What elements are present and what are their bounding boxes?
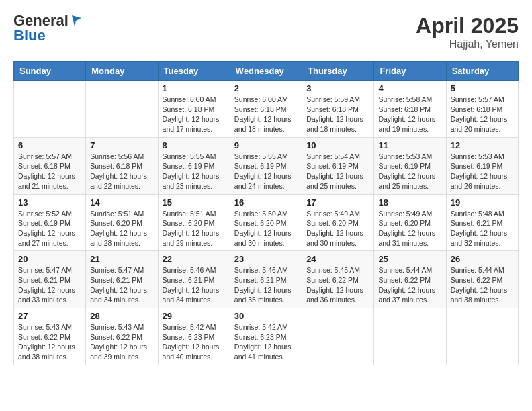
column-header-tuesday: Tuesday xyxy=(158,62,230,81)
day-info: Sunrise: 5:48 AM Sunset: 6:21 PM Dayligh… xyxy=(451,209,514,248)
day-number: 11 xyxy=(378,140,441,150)
column-header-monday: Monday xyxy=(86,62,158,81)
calendar-cell: 2Sunrise: 6:00 AM Sunset: 6:18 PM Daylig… xyxy=(230,81,302,138)
day-info: Sunrise: 5:49 AM Sunset: 6:20 PM Dayligh… xyxy=(306,209,369,248)
day-info: Sunrise: 5:55 AM Sunset: 6:19 PM Dayligh… xyxy=(163,152,226,191)
day-info: Sunrise: 5:44 AM Sunset: 6:22 PM Dayligh… xyxy=(378,265,441,305)
day-number: 9 xyxy=(234,140,298,150)
day-number: 23 xyxy=(234,254,298,264)
day-info: Sunrise: 5:51 AM Sunset: 6:20 PM Dayligh… xyxy=(90,209,153,248)
day-info: Sunrise: 5:54 AM Sunset: 6:19 PM Dayligh… xyxy=(306,152,369,191)
calendar-cell: 17Sunrise: 5:49 AM Sunset: 6:20 PM Dayli… xyxy=(302,194,374,251)
day-number: 24 xyxy=(306,254,369,264)
day-info: Sunrise: 5:43 AM Sunset: 6:22 PM Dayligh… xyxy=(18,322,81,362)
calendar-cell: 26Sunrise: 5:44 AM Sunset: 6:22 PM Dayli… xyxy=(446,251,518,308)
calendar-cell: 13Sunrise: 5:52 AM Sunset: 6:19 PM Dayli… xyxy=(14,194,86,251)
calendar-cell: 16Sunrise: 5:50 AM Sunset: 6:20 PM Dayli… xyxy=(230,194,302,251)
day-info: Sunrise: 6:00 AM Sunset: 6:18 PM Dayligh… xyxy=(163,95,226,134)
day-info: Sunrise: 6:00 AM Sunset: 6:18 PM Dayligh… xyxy=(234,95,298,134)
day-number: 3 xyxy=(306,83,369,93)
calendar-cell: 25Sunrise: 5:44 AM Sunset: 6:22 PM Dayli… xyxy=(374,251,446,308)
day-number: 6 xyxy=(18,140,81,150)
day-info: Sunrise: 5:49 AM Sunset: 6:20 PM Dayligh… xyxy=(378,209,441,248)
day-number: 27 xyxy=(18,311,81,321)
day-number: 17 xyxy=(306,197,369,208)
logo-bird-icon xyxy=(69,14,81,26)
day-info: Sunrise: 5:58 AM Sunset: 6:18 PM Dayligh… xyxy=(378,95,441,134)
calendar-header-row: SundayMondayTuesdayWednesdayThursdayFrid… xyxy=(14,62,519,81)
calendar-cell: 29Sunrise: 5:42 AM Sunset: 6:23 PM Dayli… xyxy=(158,308,230,365)
column-header-thursday: Thursday xyxy=(302,62,374,81)
day-number: 19 xyxy=(451,197,514,208)
calendar-cell: 1Sunrise: 6:00 AM Sunset: 6:18 PM Daylig… xyxy=(158,81,230,138)
column-header-friday: Friday xyxy=(374,62,446,81)
day-number: 28 xyxy=(90,311,153,321)
calendar-cell: 28Sunrise: 5:43 AM Sunset: 6:22 PM Dayli… xyxy=(86,308,158,365)
calendar-cell: 19Sunrise: 5:48 AM Sunset: 6:21 PM Dayli… xyxy=(446,194,518,251)
day-info: Sunrise: 5:44 AM Sunset: 6:22 PM Dayligh… xyxy=(451,265,514,305)
svg-marker-0 xyxy=(72,15,81,26)
day-number: 2 xyxy=(234,83,298,93)
day-info: Sunrise: 5:46 AM Sunset: 6:21 PM Dayligh… xyxy=(234,265,298,305)
day-info: Sunrise: 5:43 AM Sunset: 6:22 PM Dayligh… xyxy=(90,322,153,362)
calendar-cell: 15Sunrise: 5:51 AM Sunset: 6:20 PM Dayli… xyxy=(158,194,230,251)
day-number: 15 xyxy=(163,197,226,208)
day-number: 16 xyxy=(234,197,298,208)
calendar-cell: 14Sunrise: 5:51 AM Sunset: 6:20 PM Dayli… xyxy=(86,194,158,251)
day-number: 21 xyxy=(90,254,153,264)
page-header: General Blue April 2025 Hajjah, Yemen xyxy=(13,13,519,50)
calendar-cell: 11Sunrise: 5:53 AM Sunset: 6:19 PM Dayli… xyxy=(374,137,446,194)
day-number: 1 xyxy=(163,83,226,93)
day-info: Sunrise: 5:45 AM Sunset: 6:22 PM Dayligh… xyxy=(306,265,369,305)
calendar-cell: 21Sunrise: 5:47 AM Sunset: 6:21 PM Dayli… xyxy=(86,251,158,308)
column-header-sunday: Sunday xyxy=(14,62,86,81)
calendar-week-row: 13Sunrise: 5:52 AM Sunset: 6:19 PM Dayli… xyxy=(14,194,519,251)
day-number: 25 xyxy=(378,254,441,264)
day-info: Sunrise: 5:57 AM Sunset: 6:18 PM Dayligh… xyxy=(451,95,514,134)
calendar-table: SundayMondayTuesdayWednesdayThursdayFrid… xyxy=(13,61,519,365)
calendar-cell xyxy=(374,308,446,365)
calendar-week-row: 20Sunrise: 5:47 AM Sunset: 6:21 PM Dayli… xyxy=(14,251,519,308)
day-number: 10 xyxy=(306,140,369,150)
day-info: Sunrise: 5:51 AM Sunset: 6:20 PM Dayligh… xyxy=(163,209,226,248)
calendar-week-row: 27Sunrise: 5:43 AM Sunset: 6:22 PM Dayli… xyxy=(14,308,519,365)
calendar-cell: 30Sunrise: 5:42 AM Sunset: 6:23 PM Dayli… xyxy=(230,308,302,365)
day-number: 30 xyxy=(234,311,298,321)
title-block: April 2025 Hajjah, Yemen xyxy=(416,13,519,50)
day-info: Sunrise: 5:52 AM Sunset: 6:19 PM Dayligh… xyxy=(18,209,81,248)
day-info: Sunrise: 5:46 AM Sunset: 6:21 PM Dayligh… xyxy=(163,265,226,305)
calendar-cell: 7Sunrise: 5:56 AM Sunset: 6:18 PM Daylig… xyxy=(86,137,158,194)
calendar-cell: 27Sunrise: 5:43 AM Sunset: 6:22 PM Dayli… xyxy=(14,308,86,365)
day-info: Sunrise: 5:53 AM Sunset: 6:19 PM Dayligh… xyxy=(378,152,441,191)
day-info: Sunrise: 5:57 AM Sunset: 6:18 PM Dayligh… xyxy=(18,152,81,191)
calendar-cell: 24Sunrise: 5:45 AM Sunset: 6:22 PM Dayli… xyxy=(302,251,374,308)
day-info: Sunrise: 5:55 AM Sunset: 6:19 PM Dayligh… xyxy=(234,152,298,191)
logo-blue-text: Blue xyxy=(13,28,46,43)
day-number: 22 xyxy=(163,254,226,264)
day-number: 18 xyxy=(378,197,441,208)
day-number: 12 xyxy=(451,140,514,150)
calendar-cell: 23Sunrise: 5:46 AM Sunset: 6:21 PM Dayli… xyxy=(230,251,302,308)
calendar-week-row: 1Sunrise: 6:00 AM Sunset: 6:18 PM Daylig… xyxy=(14,81,519,138)
day-number: 26 xyxy=(451,254,514,264)
day-info: Sunrise: 5:42 AM Sunset: 6:23 PM Dayligh… xyxy=(234,322,298,362)
logo: General Blue xyxy=(13,13,81,43)
day-number: 8 xyxy=(163,140,226,150)
day-number: 29 xyxy=(163,311,226,321)
logo-general-text: General xyxy=(13,13,69,28)
calendar-cell: 18Sunrise: 5:49 AM Sunset: 6:20 PM Dayli… xyxy=(374,194,446,251)
calendar-cell: 8Sunrise: 5:55 AM Sunset: 6:19 PM Daylig… xyxy=(158,137,230,194)
calendar-cell xyxy=(14,81,86,138)
day-number: 7 xyxy=(90,140,153,150)
day-info: Sunrise: 5:50 AM Sunset: 6:20 PM Dayligh… xyxy=(234,209,298,248)
calendar-cell xyxy=(86,81,158,138)
calendar-cell: 3Sunrise: 5:59 AM Sunset: 6:18 PM Daylig… xyxy=(302,81,374,138)
calendar-cell: 6Sunrise: 5:57 AM Sunset: 6:18 PM Daylig… xyxy=(14,137,86,194)
calendar-cell xyxy=(302,308,374,365)
day-info: Sunrise: 5:56 AM Sunset: 6:18 PM Dayligh… xyxy=(90,152,153,191)
day-number: 5 xyxy=(451,83,514,93)
calendar-cell: 20Sunrise: 5:47 AM Sunset: 6:21 PM Dayli… xyxy=(14,251,86,308)
column-header-wednesday: Wednesday xyxy=(230,62,302,81)
calendar-cell: 12Sunrise: 5:53 AM Sunset: 6:19 PM Dayli… xyxy=(446,137,518,194)
day-number: 13 xyxy=(18,197,81,208)
